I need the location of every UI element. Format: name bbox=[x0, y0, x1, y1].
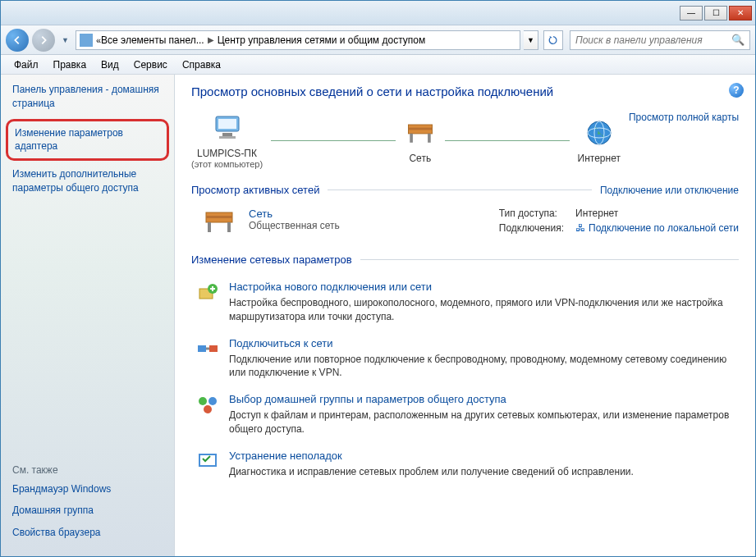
sidebar-home-link[interactable]: Панель управления - домашняя страница bbox=[12, 84, 159, 109]
svg-point-20 bbox=[208, 397, 217, 405]
access-type-label: Тип доступа: bbox=[499, 208, 564, 219]
task-title[interactable]: Выбор домашней группы и параметров общег… bbox=[229, 393, 739, 405]
menu-view[interactable]: Вид bbox=[94, 57, 126, 73]
breadcrumb-item[interactable]: Все элементы панел... bbox=[101, 34, 204, 46]
sidebar-firewall-link[interactable]: Брандмауэр Windows bbox=[12, 483, 111, 495]
task-list: Настройка нового подключения или сети На… bbox=[191, 274, 739, 486]
body: Панель управления - домашняя страница Из… bbox=[1, 75, 755, 556]
task-title[interactable]: Настройка нового подключения или сети bbox=[229, 281, 739, 293]
sidebar-browser-link[interactable]: Свойства браузера bbox=[12, 527, 101, 538]
svg-rect-7 bbox=[428, 134, 431, 143]
task-desc: Доступ к файлам и принтерам, расположенн… bbox=[229, 409, 739, 436]
internet-name: Интернет bbox=[578, 153, 621, 164]
svg-rect-13 bbox=[208, 222, 211, 232]
network-name: Сеть bbox=[404, 153, 437, 164]
node-internet[interactable]: Интернет bbox=[578, 116, 621, 164]
task-desc: Настройка беспроводного, широкополосного… bbox=[229, 296, 739, 324]
svg-point-21 bbox=[204, 405, 212, 413]
svg-rect-2 bbox=[222, 133, 232, 136]
svg-rect-17 bbox=[198, 345, 206, 352]
close-button[interactable]: ✕ bbox=[729, 6, 752, 21]
task-new-connection: Настройка нового подключения или сети На… bbox=[196, 274, 739, 331]
window: — ☐ ✕ ▼ « Все элементы панел... ▶ Центр … bbox=[0, 0, 756, 557]
full-map-link[interactable]: Просмотр полной карты bbox=[629, 112, 739, 123]
bench-icon bbox=[404, 116, 437, 149]
access-type-value: Интернет bbox=[575, 208, 739, 219]
chevron-down-icon[interactable]: ▼ bbox=[62, 36, 69, 44]
task-desc: Подключение или повторное подключение к … bbox=[229, 353, 739, 381]
network-map: LUMPICS-ПК (этот компьютер) Сеть Интерне… bbox=[191, 112, 739, 169]
minimize-button[interactable]: — bbox=[680, 6, 703, 21]
menu-file[interactable]: Файл bbox=[7, 57, 45, 73]
pc-sublabel: (этот компьютер) bbox=[191, 159, 263, 169]
active-networks-title: Просмотр активных сетей Подключение или … bbox=[191, 184, 739, 196]
svg-rect-6 bbox=[410, 134, 413, 143]
svg-rect-3 bbox=[219, 136, 236, 139]
svg-rect-14 bbox=[227, 222, 231, 232]
chevron-right-icon: ▶ bbox=[208, 35, 214, 44]
svg-point-19 bbox=[199, 397, 207, 405]
maximize-button[interactable]: ☐ bbox=[704, 6, 727, 21]
svg-rect-18 bbox=[209, 345, 218, 352]
task-title[interactable]: Подключиться к сети bbox=[229, 337, 739, 349]
help-icon[interactable]: ? bbox=[729, 83, 744, 98]
bench-icon bbox=[201, 208, 237, 235]
sidebar-sharing-link[interactable]: Изменить дополнительные параметры общего… bbox=[12, 168, 139, 194]
sidebar-homegroup-link[interactable]: Домашняя группа bbox=[12, 504, 94, 516]
task-connect-network: Подключиться к сети Подключение или повт… bbox=[196, 331, 739, 387]
svg-rect-5 bbox=[408, 128, 432, 130]
control-panel-icon bbox=[80, 34, 93, 47]
homegroup-icon bbox=[196, 393, 219, 416]
search-input[interactable] bbox=[575, 34, 731, 46]
forward-button[interactable] bbox=[32, 29, 55, 52]
breadcrumb[interactable]: « Все элементы панел... ▶ Центр управлен… bbox=[76, 30, 520, 50]
node-this-pc[interactable]: LUMPICS-ПК (этот компьютер) bbox=[191, 112, 263, 169]
active-network-info: Сеть Общественная сеть bbox=[249, 208, 340, 231]
sidebar-adapter-link[interactable]: Изменение параметров адаптера bbox=[15, 127, 123, 153]
search-icon[interactable]: 🔍 bbox=[731, 34, 745, 46]
node-network[interactable]: Сеть bbox=[404, 116, 437, 164]
task-desc: Диагностика и исправление сетевых пробле… bbox=[229, 465, 634, 479]
svg-rect-22 bbox=[199, 454, 216, 466]
connection-line bbox=[271, 140, 396, 141]
page-title: Просмотр основных сведений о сети и наст… bbox=[191, 84, 739, 98]
menu-edit[interactable]: Правка bbox=[47, 57, 94, 73]
sidebar: Панель управления - домашняя страница Из… bbox=[1, 75, 175, 556]
menubar: Файл Правка Вид Сервис Справка bbox=[1, 55, 755, 75]
active-network-name[interactable]: Сеть bbox=[249, 208, 340, 220]
back-button[interactable] bbox=[6, 29, 29, 52]
breadcrumb-dropdown[interactable]: ▼ bbox=[524, 30, 538, 50]
navbar: ▼ « Все элементы панел... ▶ Центр управл… bbox=[1, 25, 755, 55]
see-also-title: См. также bbox=[12, 464, 163, 476]
connect-disconnect-link[interactable]: Подключение или отключение bbox=[600, 185, 739, 196]
globe-icon bbox=[583, 116, 616, 149]
new-connection-icon bbox=[196, 281, 219, 304]
task-title[interactable]: Устранение неполадок bbox=[229, 450, 634, 462]
content: ? Просмотр основных сведений о сети и на… bbox=[175, 75, 755, 556]
connection-line bbox=[445, 140, 570, 141]
menu-service[interactable]: Сервис bbox=[127, 57, 174, 73]
refresh-button[interactable] bbox=[543, 30, 563, 50]
computer-icon bbox=[211, 112, 244, 144]
change-settings-title: Изменение сетевых параметров bbox=[191, 253, 739, 266]
menu-help[interactable]: Справка bbox=[176, 57, 227, 73]
pc-name: LUMPICS-ПК bbox=[191, 148, 263, 159]
connection-link[interactable]: 🖧 Подключение по локальной сети bbox=[575, 222, 739, 234]
titlebar: — ☐ ✕ bbox=[1, 1, 755, 25]
active-network-details: Тип доступа: Интернет Подключения: 🖧 Под… bbox=[499, 208, 739, 234]
svg-rect-12 bbox=[206, 216, 232, 218]
search-box[interactable]: 🔍 bbox=[570, 30, 750, 50]
connections-label: Подключения: bbox=[499, 222, 564, 234]
task-homegroup: Выбор домашней группы и параметров общег… bbox=[196, 386, 739, 443]
troubleshoot-icon bbox=[196, 450, 219, 473]
svg-rect-1 bbox=[218, 119, 236, 129]
active-network-type: Общественная сеть bbox=[249, 220, 340, 231]
ethernet-icon: 🖧 bbox=[575, 222, 585, 234]
active-network-row: Сеть Общественная сеть Тип доступа: Инте… bbox=[191, 204, 739, 247]
breadcrumb-item[interactable]: Центр управления сетями и общим доступом bbox=[218, 34, 426, 46]
task-troubleshoot: Устранение неполадок Диагностика и испра… bbox=[196, 443, 739, 486]
connect-icon bbox=[196, 337, 219, 360]
